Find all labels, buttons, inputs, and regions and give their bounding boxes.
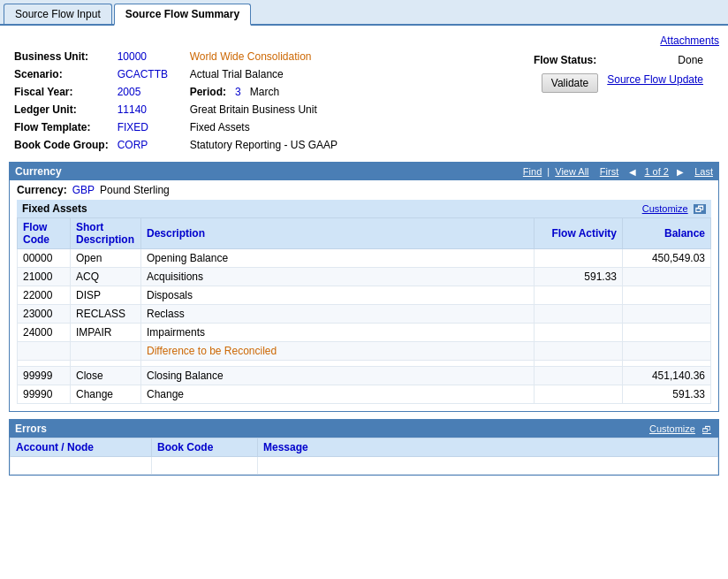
table-row <box>623 342 711 361</box>
tab-source-flow-summary[interactable]: Source Flow Summary <box>114 4 251 26</box>
errors-title: Errors <box>15 423 47 435</box>
fixed-assets-block: Fixed Assets Customize 🗗 FlowCode ShortD… <box>10 200 718 411</box>
ledger-unit-value[interactable]: 11140 <box>114 102 185 118</box>
next-arrow[interactable]: ▶ <box>674 167 686 177</box>
table-row <box>535 342 623 361</box>
currency-title: Currency <box>15 165 62 178</box>
table-row <box>18 342 71 361</box>
currency-label: Currency: <box>17 184 67 196</box>
table-row: Close <box>71 367 141 385</box>
flow-template-text: Fixed Assets <box>186 119 403 135</box>
ledger-unit-label: Ledger Unit: <box>11 102 112 118</box>
flow-status-value: Done <box>603 52 707 68</box>
table-row: 22000 <box>18 286 71 305</box>
table-row: ACQ <box>71 268 141 286</box>
table-row <box>152 457 258 475</box>
period-value: 3 <box>235 86 241 98</box>
period-text: March <box>250 86 279 98</box>
table-row: 21000 <box>18 268 71 286</box>
col-balance: Balance <box>623 218 711 249</box>
table-row: Difference to be Reconciled <box>141 342 535 361</box>
currency-code: GBP <box>72 184 95 196</box>
table-row: Disposals <box>141 286 535 305</box>
currency-row: Currency: GBP Pound Sterling <box>10 180 718 200</box>
flow-template-value[interactable]: FIXED <box>114 119 185 135</box>
table-row: 99999 <box>18 367 71 385</box>
table-row: 591.33 <box>535 268 623 286</box>
table-row <box>11 457 152 475</box>
table-row: 23000 <box>18 305 71 324</box>
view-all-link[interactable]: View All <box>555 166 588 177</box>
currency-nav: Find | View All First ◀ 1 of 2 ▶ Last <box>523 166 713 177</box>
customize-link[interactable]: Customize <box>642 203 688 214</box>
table-row: 450,549.03 <box>623 249 711 268</box>
table-row <box>623 286 711 305</box>
find-link[interactable]: Find <box>523 166 542 177</box>
table-row <box>535 361 623 367</box>
business-unit-text: World Wide Consolidation <box>186 49 403 65</box>
errors-section-header: Errors Customize 🗗 <box>10 420 718 438</box>
first-link[interactable]: First <box>600 166 618 177</box>
business-unit-value[interactable]: 10000 <box>114 49 185 65</box>
validate-button[interactable]: Validate <box>542 73 598 93</box>
table-row: Impairments <box>141 324 535 342</box>
errors-customize: Customize 🗗 <box>649 423 713 434</box>
errors-table: Account / Node Book Code Message <box>10 438 718 475</box>
table-row: Change <box>71 385 141 404</box>
tab-source-flow-input[interactable]: Source Flow Input <box>4 4 112 24</box>
customize-icon[interactable]: 🗗 <box>694 204 706 214</box>
table-row <box>71 342 141 361</box>
main-content: Attachments Business Unit: 10000 World W… <box>0 26 728 483</box>
col-flow-activity: Flow Activity <box>535 218 623 249</box>
table-row: DISP <box>71 286 141 305</box>
fixed-assets-title: Fixed Assets <box>22 202 87 215</box>
col-account-node: Account / Node <box>11 438 152 457</box>
business-unit-label: Business Unit: <box>11 49 112 65</box>
scenario-value[interactable]: GCACTTB <box>114 66 185 82</box>
table-row: Reclass <box>141 305 535 324</box>
book-code-group-value[interactable]: CORP <box>114 137 185 153</box>
col-book-code: Book Code <box>152 438 258 457</box>
book-code-group-label: Book Code Group: <box>11 137 112 153</box>
scenario-label: Scenario: <box>11 66 112 82</box>
table-row <box>535 367 623 385</box>
source-flow-update-link[interactable]: Source Flow Update <box>607 73 703 86</box>
col-message: Message <box>258 438 718 457</box>
currency-section-header: Currency Find | View All First ◀ 1 of 2 … <box>10 163 718 180</box>
book-code-group-text: Statutory Reporting - US GAAP <box>186 137 403 153</box>
fiscal-year-value[interactable]: 2005 <box>114 84 185 100</box>
table-row: 99990 <box>18 385 71 404</box>
table-row <box>535 249 623 268</box>
prev-arrow[interactable]: ◀ <box>626 167 639 177</box>
table-row <box>535 385 623 404</box>
ledger-unit-text: Great Britain Business Unit <box>186 102 403 118</box>
col-flow-code: FlowCode <box>18 218 71 249</box>
col-description: Description <box>141 218 535 249</box>
table-row <box>535 286 623 305</box>
info-table: Business Unit: 10000 World Wide Consolid… <box>9 47 719 155</box>
currency-section: Currency Find | View All First ◀ 1 of 2 … <box>9 162 719 412</box>
errors-section: Errors Customize 🗗 Account / Node Book C… <box>9 419 719 476</box>
table-row: Change <box>141 385 535 404</box>
tabs-bar: Source Flow Input Source Flow Summary <box>0 0 728 26</box>
table-row: 00000 <box>18 249 71 268</box>
table-row <box>535 305 623 324</box>
table-row <box>623 268 711 286</box>
table-row <box>71 361 141 367</box>
fixed-assets-header: Fixed Assets Customize 🗗 <box>17 200 711 217</box>
flow-template-label: Flow Template: <box>11 119 112 135</box>
period-label: Period: <box>190 86 226 98</box>
errors-customize-link[interactable]: Customize <box>649 423 695 434</box>
errors-customize-icon[interactable]: 🗗 <box>701 424 713 434</box>
table-row: 591.33 <box>623 385 711 404</box>
last-link[interactable]: Last <box>694 166 713 177</box>
table-row <box>141 361 535 367</box>
table-row <box>258 457 718 475</box>
col-short-desc: ShortDescription <box>71 218 141 249</box>
table-row <box>18 361 71 367</box>
table-row: IMPAIR <box>71 324 141 342</box>
table-row: 24000 <box>18 324 71 342</box>
attachments-link[interactable]: Attachments <box>660 34 719 47</box>
flow-status-label: Flow Status: <box>530 52 602 68</box>
table-row: RECLASS <box>71 305 141 324</box>
